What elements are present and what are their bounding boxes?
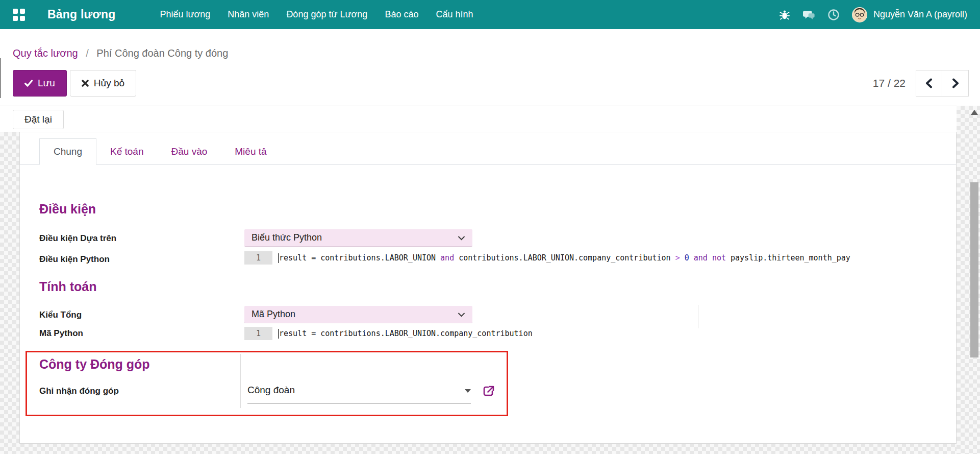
control-panel: Quy tắc lương / Phí Công đoàn Công ty đó… (0, 29, 980, 106)
group-divider (240, 354, 241, 408)
user-menu[interactable]: Nguyễn Văn A (payroll) (873, 9, 967, 20)
menu-item-contributions[interactable]: Đóng góp từ Lương (286, 9, 367, 20)
contribution-register-dropdown[interactable]: Công đoàn (247, 384, 471, 404)
condition-based-on-value: Biểu thức Python (252, 232, 322, 243)
record-pager: 17 / 22 (873, 70, 969, 97)
scrollbar-track (957, 106, 980, 454)
user-avatar[interactable] (852, 7, 867, 22)
menu-item-reports[interactable]: Báo cáo (385, 9, 418, 20)
debug-bug-icon[interactable] (778, 9, 791, 21)
save-label: Lưu (38, 78, 55, 89)
main-menu: Phiếu lương Nhân viên Đóng góp từ Lương … (160, 9, 473, 20)
label-condition-python: Điều kiện Python (39, 254, 110, 265)
notebook-tabbar: Chung Kế toán Đầu vào Miêu tả (20, 132, 956, 165)
discard-button[interactable]: Hủy bỏ (70, 70, 136, 97)
python-code-editor[interactable]: 1 result = contributions.LABOR_UNION.com… (244, 326, 533, 341)
amount-type-value: Mã Python (252, 309, 295, 320)
section-title-condition: Điều kiện (39, 202, 96, 217)
scrollbar-thumb[interactable] (970, 182, 978, 357)
form-toolbar: Đặt lại (0, 106, 957, 132)
condition-python-code: result = contributions.LABOR_UNION and c… (279, 253, 850, 262)
pager-next-button[interactable] (942, 70, 969, 97)
top-navbar: Bảng lương Phiếu lương Nhân viên Đóng gó… (0, 0, 980, 29)
scroll-up-arrow-icon[interactable] (971, 110, 978, 115)
label-amount-type: Kiểu Tổng (39, 310, 82, 320)
menu-item-employees[interactable]: Nhân viên (228, 9, 269, 20)
breadcrumb-current: Phí Công đoàn Công ty đóng (96, 47, 228, 59)
check-icon (24, 80, 33, 87)
breadcrumb-separator: / (86, 47, 89, 59)
chevron-left-icon (925, 78, 933, 88)
chevron-right-icon (951, 78, 960, 88)
breadcrumb-parent-link[interactable]: Quy tắc lương (13, 47, 78, 59)
pager-previous-button[interactable] (916, 70, 942, 97)
contribution-register-value: Công đoàn (247, 384, 295, 396)
activities-clock-icon[interactable] (827, 9, 840, 21)
external-link-icon[interactable] (482, 384, 496, 398)
apps-menu-icon[interactable] (13, 9, 25, 21)
window-edge (0, 58, 1, 98)
chevron-down-icon (458, 235, 465, 241)
breadcrumb: Quy tắc lương / Phí Công đoàn Công ty đó… (13, 47, 228, 59)
content-background: Chung Kế toán Đầu vào Miêu tả Điều kiện … (0, 132, 957, 454)
tab-ke-toan[interactable]: Kế toán (96, 139, 158, 164)
group-divider (698, 305, 698, 328)
pager-count: 17 / 22 (873, 77, 906, 89)
close-icon (82, 80, 89, 87)
app-title[interactable]: Bảng lương (47, 8, 115, 21)
label-python-code: Mã Python (39, 328, 83, 339)
form-sheet: Chung Kế toán Đầu vào Miêu tả Điều kiện … (19, 132, 957, 444)
dropdown-caret-icon (465, 389, 471, 393)
amount-type-select[interactable]: Mã Python (244, 306, 472, 323)
code-cursor (278, 329, 279, 339)
messages-chat-icon[interactable] (803, 9, 815, 21)
tab-mieu-ta[interactable]: Miêu tả (221, 139, 280, 164)
save-button[interactable]: Lưu (13, 70, 67, 97)
label-condition-based-on: Điều kiện Dựa trên (39, 233, 116, 244)
menu-item-configuration[interactable]: Cấu hình (436, 9, 473, 20)
code-line-number: 1 (244, 327, 272, 340)
reset-button[interactable]: Đặt lại (13, 110, 64, 129)
menu-item-payslips[interactable]: Phiếu lương (160, 9, 210, 20)
code-line-number: 1 (244, 251, 272, 265)
section-title-company-contribution: Công ty Đóng góp (39, 357, 150, 372)
tab-dau-vao[interactable]: Đầu vào (158, 139, 221, 164)
python-code: result = contributions.LABOR_UNION.compa… (279, 329, 533, 338)
section-title-computation: Tính toán (39, 279, 96, 294)
condition-based-on-select[interactable]: Biểu thức Python (244, 229, 472, 247)
action-buttons: Lưu Hủy bỏ (13, 70, 136, 97)
tab-chung[interactable]: Chung (39, 138, 96, 165)
condition-python-code-editor[interactable]: 1 result = contributions.LABOR_UNION and… (244, 250, 850, 266)
discard-label: Hủy bỏ (94, 78, 124, 89)
code-cursor (278, 253, 279, 263)
chevron-down-icon (458, 312, 465, 317)
navbar-right: Nguyễn Văn A (payroll) (778, 7, 967, 22)
app-window: Bảng lương Phiếu lương Nhân viên Đóng gó… (0, 0, 980, 454)
label-contribution-register: Ghi nhận đóng góp (39, 386, 119, 396)
